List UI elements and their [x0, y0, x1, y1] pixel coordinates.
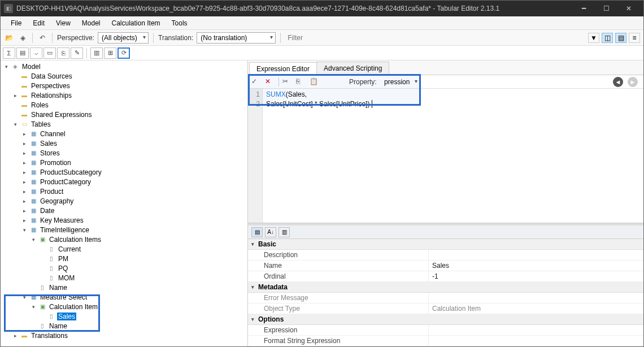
folder-icon: ▬: [20, 72, 29, 80]
tb-folder-icon[interactable]: ▭: [43, 47, 56, 59]
table-icon: ▦: [29, 226, 38, 234]
code-content[interactable]: SUMX(Sales, Sales[UnitCost] * Sales[Unit…: [263, 89, 376, 223]
folder-icon: ▬: [20, 101, 29, 109]
tb-columns-icon[interactable]: ▥: [90, 47, 103, 59]
tb-sigma-icon[interactable]: Σ: [3, 47, 15, 59]
prop-cat-options[interactable]: ▾Options: [248, 314, 643, 325]
menu-view[interactable]: View: [50, 18, 76, 29]
calc-item-icon: ▯: [47, 264, 56, 272]
column-icon: ▯: [38, 284, 47, 292]
paste-icon[interactable]: 📋: [310, 77, 320, 86]
tree-table-timeintelligence[interactable]: ▾▦TimeIntelligence: [1, 225, 247, 235]
prop-pages-icon[interactable]: ▥: [279, 227, 290, 237]
tree-name-col[interactable]: ▯Name: [1, 283, 247, 292]
menu-model[interactable]: Model: [76, 18, 106, 29]
tree-measure-select[interactable]: ▾▦Measure Select: [1, 292, 247, 302]
tb-hierarchy-icon[interactable]: ⌵: [30, 47, 42, 59]
prop-formatstr[interactable]: Format String Expression: [248, 336, 643, 346]
close-button[interactable]: ✕: [617, 1, 640, 16]
filter-icon[interactable]: ▼: [588, 33, 599, 43]
prop-name[interactable]: NameSales: [248, 261, 643, 271]
tb-expand-icon[interactable]: ⊞: [104, 47, 116, 59]
tb-list-icon[interactable]: ▤: [16, 47, 29, 59]
menu-file[interactable]: File: [5, 18, 27, 29]
calc-item-icon: ▯: [47, 255, 56, 263]
tree-calcitem-mom[interactable]: ▯MOM: [1, 273, 247, 283]
table-icon: ▦: [29, 159, 38, 167]
nav-back-icon[interactable]: ◄: [613, 77, 623, 87]
prop-cat-metadata[interactable]: ▾Metadata: [248, 282, 643, 293]
prop-categorized-icon[interactable]: ▤: [251, 227, 263, 237]
tb-copy-icon[interactable]: ⎘: [57, 47, 69, 59]
tab-advanced-scripting[interactable]: Advanced Scripting: [316, 62, 389, 75]
menu-calculation-item[interactable]: Calculation Item: [106, 18, 166, 29]
tree-table-product[interactable]: ▸▦Product: [1, 186, 247, 196]
tree-roles[interactable]: ▬Roles: [1, 100, 247, 110]
cut-icon[interactable]: ✂: [282, 77, 293, 86]
tree-tables[interactable]: ▾▭Tables: [1, 119, 247, 129]
view-detail-icon[interactable]: ▤: [615, 33, 626, 43]
tree-name-col2[interactable]: ▯Name: [1, 321, 247, 331]
table-icon: ▦: [29, 140, 38, 148]
tree-table-sales[interactable]: ▸▦Sales: [1, 138, 247, 148]
menubar: File Edit View Model Calculation Item To…: [1, 16, 643, 30]
property-grid[interactable]: ▾Basic Description NameSales Ordinal-1 ▾…: [248, 239, 643, 346]
minimize-button[interactable]: ━: [572, 1, 595, 16]
tree-table-stores[interactable]: ▸▦Stores: [1, 148, 247, 158]
tree-table-promotion[interactable]: ▸▦Promotion: [1, 158, 247, 167]
tab-expression-editor[interactable]: Expression Editor: [249, 62, 317, 75]
copy-icon[interactable]: ⎘: [296, 77, 306, 86]
tree-calcitems-folder[interactable]: ▾▣Calculation Items: [1, 235, 247, 244]
tree-relationships[interactable]: ▸▬Relationships: [1, 90, 247, 100]
open-file-icon[interactable]: 📂: [4, 33, 14, 43]
prop-cat-basic[interactable]: ▾Basic: [248, 239, 643, 250]
tree-table-productsubcategory[interactable]: ▸▦ProductSubcategory: [1, 167, 247, 177]
accept-icon[interactable]: ✓: [251, 77, 262, 86]
prop-ordinal[interactable]: Ordinal-1: [248, 271, 643, 282]
calc-item-icon: ▯: [47, 274, 56, 282]
main-toolbar: 📂 ◈ ↶ Perspective: (All objects) Transla…: [1, 30, 643, 46]
prop-description[interactable]: Description: [248, 250, 643, 261]
prop-expression[interactable]: Expression: [248, 325, 643, 336]
tree-table-geography[interactable]: ▸▦Geography: [1, 196, 247, 206]
undo-icon[interactable]: ↶: [37, 33, 47, 43]
right-panel: Expression Editor Advanced Scripting ✓ ✕…: [248, 60, 643, 346]
tree-model[interactable]: ▾◈Model: [1, 62, 247, 71]
nav-forward-icon[interactable]: ►: [628, 77, 638, 87]
prop-alpha-icon[interactable]: A↓: [265, 227, 276, 237]
menu-tools[interactable]: Tools: [166, 18, 193, 29]
filter-input[interactable]: [285, 33, 585, 43]
menu-edit[interactable]: Edit: [27, 18, 50, 29]
tree-table-productcategory[interactable]: ▸▦ProductCategory: [1, 177, 247, 186]
model-tree[interactable]: ▾◈Model ▬Data Sources ▬Perspectives ▸▬Re…: [1, 60, 248, 346]
tree-perspectives[interactable]: ▬Perspectives: [1, 81, 247, 90]
tree-calcitem-folder2[interactable]: ▾▣Calculation Item: [1, 302, 247, 311]
view-side-icon[interactable]: ◫: [602, 33, 613, 43]
tree-calcitem-current[interactable]: ▯Current: [1, 244, 247, 254]
deploy-icon[interactable]: ◈: [18, 33, 28, 43]
prop-objtype: Object TypeCalculation Item: [248, 303, 643, 314]
translation-combo[interactable]: (No translation): [197, 32, 276, 44]
maximize-button[interactable]: ☐: [595, 1, 617, 16]
tree-calcitem-pm[interactable]: ▯PM: [1, 254, 247, 263]
tree-table-key measures[interactable]: ▸▦Key Measures: [1, 215, 247, 225]
cancel-icon[interactable]: ✕: [265, 77, 275, 86]
tree-calcitem-pq[interactable]: ▯PQ: [1, 263, 247, 273]
view-list-icon[interactable]: ≡: [629, 33, 640, 43]
tree-translations[interactable]: ▸▬Translations: [1, 331, 247, 340]
tree-table-date[interactable]: ▸▦Date: [1, 206, 247, 215]
editor-tabs: Expression Editor Advanced Scripting: [248, 60, 643, 75]
tree-table-channel[interactable]: ▸▦Channel: [1, 129, 247, 138]
translation-label: Translation:: [158, 34, 193, 42]
tree-sharedexpr[interactable]: ▬Shared Expressions: [1, 110, 247, 119]
perspective-combo[interactable]: (All objects): [98, 32, 149, 44]
code-editor[interactable]: 12 SUMX(Sales, Sales[UnitCost] * Sales[U…: [248, 89, 643, 223]
property-combo[interactable]: pression: [382, 77, 419, 87]
cube-icon: ◈: [11, 63, 20, 71]
tree-sales-calcitem[interactable]: ▯Sales: [1, 311, 247, 321]
tb-edit-icon[interactable]: ✎: [71, 47, 83, 59]
table-icon: ▦: [29, 216, 38, 224]
tb-refresh-icon[interactable]: ⟳: [118, 47, 130, 59]
tree-datasources[interactable]: ▬Data Sources: [1, 71, 247, 81]
folder-icon: ▬: [20, 332, 29, 340]
